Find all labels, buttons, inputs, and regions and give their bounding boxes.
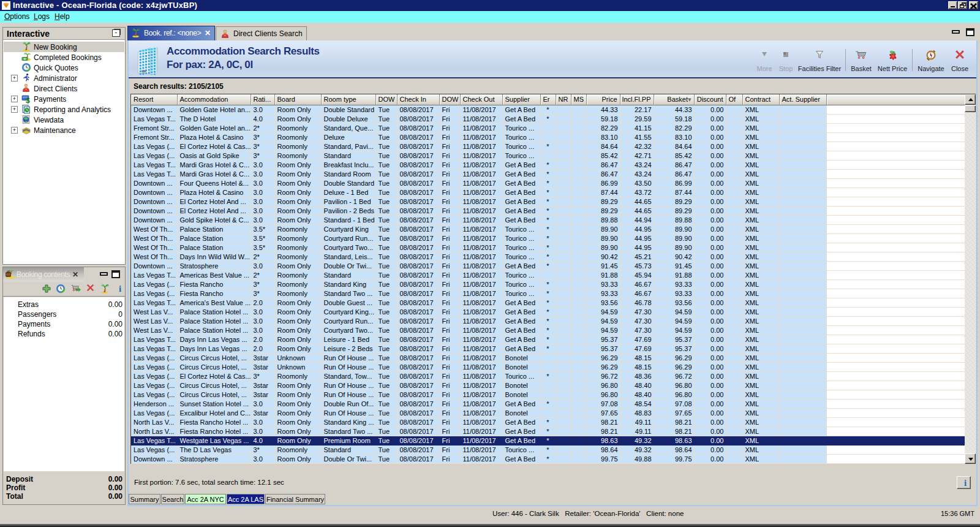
svg-text:$: $ [26,96,30,104]
svg-text:i: i [964,478,967,488]
svg-text:i: i [119,284,121,294]
